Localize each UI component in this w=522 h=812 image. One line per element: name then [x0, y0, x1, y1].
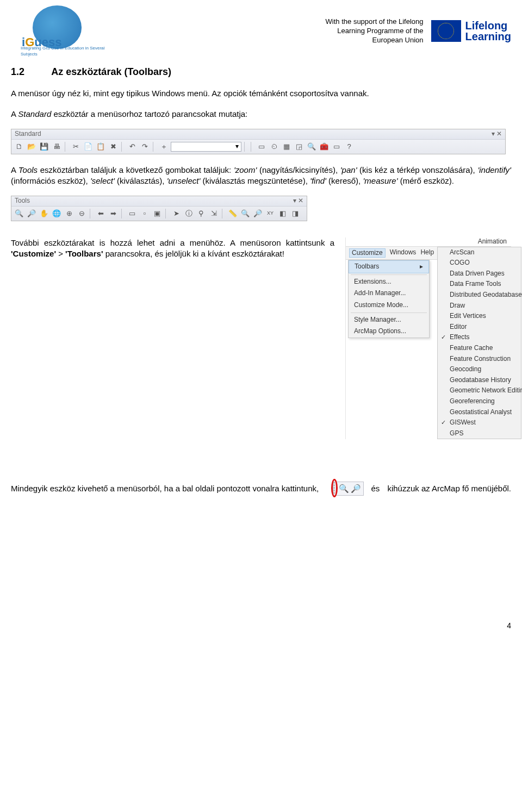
toolbar-list-item[interactable]: GPS — [438, 428, 521, 439]
toolbar-list-item[interactable]: Geometric Network Editing — [438, 385, 521, 396]
menu-help[interactable]: Help — [420, 248, 434, 258]
toolbar-list-item[interactable]: GISWest — [438, 417, 521, 428]
dropdown-item[interactable]: Style Manager... — [349, 314, 429, 326]
dropdown-item[interactable]: Toolbars▸ — [349, 260, 429, 273]
search-icon[interactable]: 🔍 — [306, 141, 317, 152]
customize-menu-figure: Animation Customize Windows Help Toolbar… — [345, 238, 511, 439]
zoom-out-icon[interactable]: 🔎 — [26, 208, 37, 219]
zoom-out-icon: 🔎 — [351, 483, 361, 494]
paste-icon[interactable]: 📋 — [95, 141, 106, 152]
swipe2-icon[interactable]: ◨ — [290, 208, 301, 219]
toolbox-icon[interactable]: 🧰 — [319, 141, 330, 152]
toolbar-list-item[interactable]: Draw — [438, 301, 521, 311]
print-icon[interactable]: 🖶 — [51, 141, 62, 152]
swipe-icon[interactable]: ◧ — [277, 208, 288, 219]
iguess-subtitle: Integrating GIS Use in Education in Seve… — [21, 46, 109, 57]
back-icon[interactable]: ⬅ — [95, 208, 106, 219]
link2-icon[interactable]: ⇲ — [208, 208, 219, 219]
drag-grip-icon — [333, 482, 335, 495]
sel-clear-icon[interactable]: ▫ — [139, 208, 150, 219]
identify-icon[interactable]: ⓘ — [183, 208, 194, 219]
dropdown-item[interactable]: Add-In Manager... — [349, 288, 429, 299]
toolbar-list-item[interactable]: ArcScan — [438, 247, 521, 258]
dropdown-item[interactable]: Extensions... — [349, 276, 429, 288]
toolbar-list-item[interactable]: Distributed Geodatabase — [438, 290, 521, 301]
fixed-in-icon[interactable]: ⊕ — [64, 208, 74, 219]
toolbar-list-item[interactable]: Editor — [438, 322, 521, 333]
para-intro: A menüsor úgy néz ki, mint egy tipikus W… — [11, 88, 511, 99]
tools-toolbar-title: Tools ▾ ✕ — [11, 196, 307, 207]
standard-toolbar-figure: Standard ▾ ✕ 🗋📂💾🖶✂📄📋✖↶↷＋▾▭⏲▦◲🔍🧰▭? — [11, 129, 506, 154]
tools-toolbar-row: 🔍🔎✋🌐⊕⊖⬅➡▭▫▣➤ⓘ⚲⇲📏🔍🔎XY◧◨ — [11, 207, 307, 221]
eu-support-text: With the support of the Lifelong Learnin… — [326, 17, 424, 45]
eu-flag-icon — [431, 20, 461, 42]
dropdown-item[interactable]: Customize Mode... — [349, 299, 429, 311]
menu-bar: Customize Windows Help — [346, 247, 437, 260]
toolbar-list-item[interactable]: Geodatabase History — [438, 375, 521, 386]
help-icon[interactable]: ? — [344, 141, 355, 152]
standard-toolbar-title: Standard ▾ ✕ — [11, 129, 505, 140]
goto-xy-icon[interactable]: XY — [265, 208, 276, 219]
para-tools: A Tools eszköztárban találjuk a következ… — [11, 165, 511, 186]
toolbar-controls: ▾ ✕ — [492, 130, 502, 139]
toolbar-list-item[interactable]: Georeferencing — [438, 396, 521, 407]
toolbar-drag-handle[interactable]: 🔍 🔎 — [333, 482, 364, 496]
toolbars-list: ArcScanCOGOData Driven PagesData Frame T… — [437, 247, 521, 440]
full-icon[interactable]: 🌐 — [51, 208, 62, 219]
lll-l2: Learning — [465, 31, 511, 42]
sel-rect-icon[interactable]: ▭ — [127, 208, 138, 219]
menu-windows[interactable]: Windows — [390, 248, 417, 258]
find2-icon[interactable]: 🔎 — [252, 208, 263, 219]
para-customize: További eszköztárakat is hozzá lehet adn… — [11, 238, 334, 259]
copy-icon[interactable]: 📄 — [83, 141, 94, 152]
toolbar-list-item[interactable]: Edit Vertices — [438, 311, 521, 322]
toolbar-list-item[interactable]: Feature Cache — [438, 343, 521, 354]
eu-support-l2: Learning Programme of the — [326, 27, 424, 36]
undo-icon[interactable]: ↶ — [127, 141, 138, 152]
eu-support-l3: European Union — [326, 36, 424, 45]
customize-dropdown: Toolbars▸Extensions...Add-In Manager...C… — [348, 260, 430, 338]
toolbar-list-item[interactable]: Feature Construction — [438, 354, 521, 365]
para-drag: Mindegyik eszköz kivehető a menüsorból, … — [11, 482, 511, 496]
fixed-out-icon[interactable]: ⊖ — [76, 208, 87, 219]
para-standard: A Standard eszköztár a menüsorhoz tartoz… — [11, 109, 511, 120]
standard-toolbar-row: 🗋📂💾🖶✂📄📋✖↶↷＋▾▭⏲▦◲🔍🧰▭? — [11, 140, 505, 154]
catalog-icon[interactable]: ◲ — [294, 141, 304, 152]
menu-customize[interactable]: Customize — [349, 248, 386, 258]
lll-l1: Lifelong — [465, 20, 511, 31]
cut-icon[interactable]: ✂ — [70, 141, 81, 152]
toolbar-list-item[interactable]: Geostatistical Analyst — [438, 407, 521, 418]
arrow-icon[interactable]: ➤ — [171, 208, 182, 219]
redo-icon[interactable]: ↷ — [139, 141, 150, 152]
fwd-icon[interactable]: ➡ — [108, 208, 119, 219]
find-icon[interactable]: 🔍 — [240, 208, 251, 219]
save-icon[interactable]: 💾 — [39, 141, 49, 152]
sel-icon[interactable]: ▣ — [152, 208, 163, 219]
delete-icon[interactable]: ✖ — [108, 141, 119, 152]
tools-toolbar-figure: Tools ▾ ✕ 🔍🔎✋🌐⊕⊖⬅➡▭▫▣➤ⓘ⚲⇲📏🔍🔎XY◧◨ — [11, 196, 307, 221]
new-icon[interactable]: 🗋 — [14, 141, 24, 152]
scale-selector[interactable]: ▾ — [171, 142, 241, 152]
dropdown-item[interactable]: ArcMap Options... — [349, 326, 429, 338]
measure-icon[interactable]: 📏 — [227, 208, 238, 219]
lll-logo: Lifelong Learning — [465, 20, 511, 42]
page-header: iGuess Integrating GIS Use in Education … — [11, 0, 511, 64]
toolbar-list-item[interactable]: Geocoding — [438, 364, 521, 375]
toolbar-list-item[interactable]: Effects — [438, 332, 521, 343]
page-number: 4 — [11, 621, 511, 630]
toolbar-list-item[interactable]: Data Driven Pages — [438, 268, 521, 279]
open-icon[interactable]: 📂 — [26, 141, 37, 152]
add-icon[interactable]: ＋ — [158, 141, 169, 152]
python-icon[interactable]: ▭ — [256, 141, 267, 152]
link-icon[interactable]: ⚲ — [196, 208, 207, 219]
toolbar-list-item[interactable]: Data Frame Tools — [438, 279, 521, 290]
zoom-in-icon[interactable]: 🔍 — [14, 208, 24, 219]
section-number: 1.2 — [11, 66, 49, 78]
toolbar-list-item[interactable]: COGO — [438, 258, 521, 268]
python2-icon[interactable]: ▭ — [331, 141, 342, 152]
section-heading: 1.2 Az eszköztárak (Toolbars) — [11, 66, 511, 78]
pan-icon[interactable]: ✋ — [39, 208, 49, 219]
table-icon[interactable]: ▦ — [281, 141, 292, 152]
zoom-in-icon: 🔍 — [339, 483, 349, 494]
time-icon[interactable]: ⏲ — [269, 141, 279, 152]
